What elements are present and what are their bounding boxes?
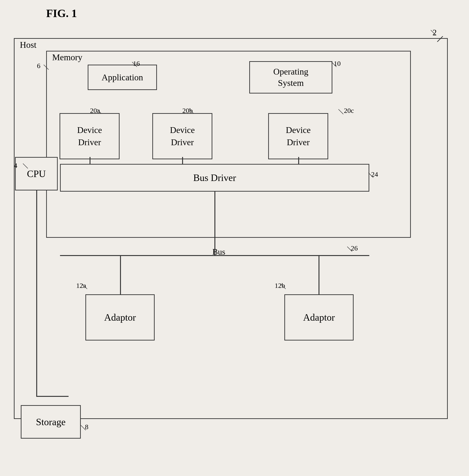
memory-label: Memory <box>51 52 84 62</box>
cpu-box: CPU <box>15 157 58 190</box>
vline-adaptor-left-icon <box>120 255 121 295</box>
ref-20c: 20c <box>344 107 354 115</box>
bus-driver-box: Bus Driver <box>60 164 369 192</box>
figure-title: FIG. 1 <box>46 7 77 20</box>
vline-dd3-icon <box>298 157 299 164</box>
storage-box: Storage <box>21 405 81 439</box>
os-label: OperatingSystem <box>273 66 308 89</box>
vline-dd1-icon <box>90 157 90 164</box>
adaptor-2-box: Adaptor <box>284 294 353 340</box>
adaptor-1-box: Adaptor <box>85 294 155 340</box>
adaptor-1-label: Adaptor <box>104 312 136 323</box>
ref-10: 10 <box>334 60 341 68</box>
bus-label: Bus <box>212 247 225 257</box>
vline-storage-icon <box>36 190 37 396</box>
cpu-label: CPU <box>27 168 46 179</box>
device-driver-3-label: DeviceDriver <box>286 124 311 148</box>
device-driver-1-box: DeviceDriver <box>60 113 119 159</box>
operating-system-box: OperatingSystem <box>249 61 332 93</box>
device-driver-2-box: DeviceDriver <box>152 113 212 159</box>
host-label: Host <box>18 40 38 50</box>
vline-adaptor-right-icon <box>318 255 319 295</box>
ref-6: 6 <box>37 62 40 70</box>
ref-4: 4 <box>14 162 17 170</box>
bus-driver-label: Bus Driver <box>193 172 236 183</box>
device-driver-1-label: DeviceDriver <box>77 124 102 148</box>
ref-12a: 12a <box>76 282 86 289</box>
ref-12b: 12b <box>275 282 285 289</box>
application-label: Application <box>101 72 143 82</box>
vline-dd2-icon <box>182 157 183 164</box>
adaptor-2-label: Adaptor <box>303 312 335 323</box>
device-driver-3-box: DeviceDriver <box>268 113 328 159</box>
hline-storage-icon <box>36 396 68 397</box>
application-box: Application <box>88 65 157 90</box>
vline-bus-driver-icon <box>214 192 215 256</box>
storage-label: Storage <box>36 416 66 427</box>
device-driver-2-label: DeviceDriver <box>170 124 195 148</box>
